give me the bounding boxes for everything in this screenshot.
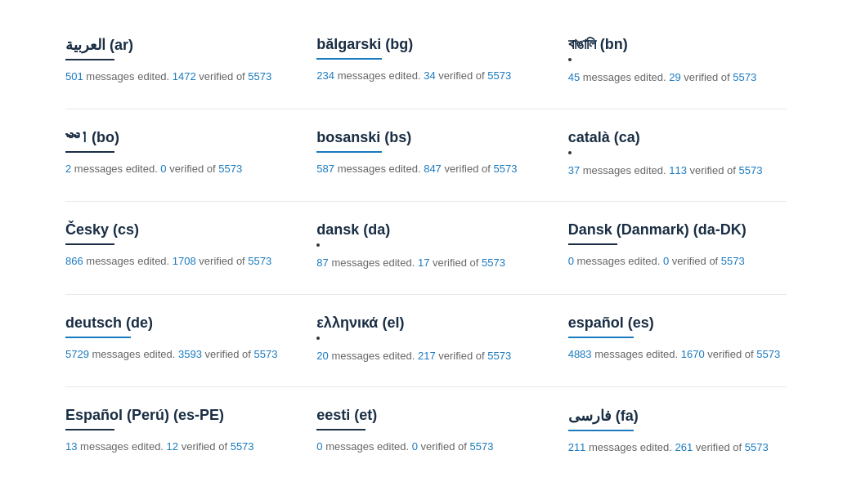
lang-stats-ar: 501 messages edited. 1472 verified of 55…: [65, 69, 284, 85]
lang-title-es-PE: Español (Perú) (es-PE): [65, 407, 284, 424]
lang-stats-de: 5729 messages edited. 3593 verified of 5…: [65, 346, 284, 363]
lang-card-bg[interactable]: bălgarski (bg)234 messages edited. 34 ve…: [300, 16, 551, 109]
lang-stats-bn: 45 messages edited. 29 verified of 5573: [568, 69, 787, 86]
lang-stats-es: 4883 messages edited. 1670 verified of 5…: [568, 346, 787, 363]
lang-underline-ca: [568, 151, 572, 154]
lang-stats-ca: 37 messages edited. 113 verified of 5573: [568, 163, 787, 179]
lang-title-bn: বাঙালি (bn): [568, 36, 787, 53]
lang-stats-et: 0 messages edited. 0 verified of 5573: [316, 439, 535, 455]
lang-card-bo[interactable]: ༄༅། (bo)2 messages edited. 0 verified of…: [49, 109, 300, 202]
lang-underline-cs: [65, 243, 114, 245]
lang-card-da-DK[interactable]: Dansk (Danmark) (da-DK)0 messages edited…: [552, 202, 803, 294]
lang-underline-fa: [568, 430, 634, 431]
lang-underline-da: [316, 243, 320, 247]
lang-stats-bg: 234 messages edited. 34 verified of 5573: [316, 68, 535, 84]
lang-stats-es-PE: 13 messages edited. 12 verified of 5573: [65, 439, 284, 455]
lang-underline-bn: [568, 58, 572, 61]
lang-title-da-DK: Dansk (Danmark) (da-DK): [568, 221, 787, 239]
lang-stats-fa: 211 messages edited. 261 verified of 557…: [568, 439, 787, 456]
lang-card-fa[interactable]: فارسی (fa)211 messages edited. 261 verif…: [552, 387, 803, 479]
lang-stats-bs: 587 messages edited. 847 verified of 557…: [316, 161, 535, 177]
lang-card-de[interactable]: deutsch (de)5729 messages edited. 3593 v…: [49, 295, 300, 387]
lang-title-bs: bosanski (bs): [316, 129, 535, 146]
lang-card-et[interactable]: eesti (et)0 messages edited. 0 verified …: [300, 387, 551, 479]
lang-card-da[interactable]: dansk (da)87 messages edited. 17 verifie…: [300, 202, 551, 294]
lang-title-bg: bălgarski (bg): [316, 36, 535, 53]
lang-title-el: ελληνικά (el): [316, 314, 535, 332]
lang-stats-el: 20 messages edited. 217 verified of 5573: [316, 348, 535, 364]
lang-card-ca[interactable]: català (ca)37 messages edited. 113 verif…: [552, 109, 803, 202]
lang-title-da: dansk (da): [316, 221, 535, 239]
lang-stats-bo: 2 messages edited. 0 verified of 5573: [65, 161, 284, 177]
lang-underline-bg: [316, 58, 382, 60]
lang-card-bs[interactable]: bosanski (bs)587 messages edited. 847 ve…: [300, 109, 551, 202]
languages-grid: العربية (ar)501 messages edited. 1472 ve…: [49, 16, 803, 479]
lang-underline-da-DK: [568, 243, 617, 245]
lang-underline-et: [316, 429, 365, 430]
lang-card-es-PE[interactable]: Español (Perú) (es-PE)13 messages edited…: [49, 387, 300, 479]
lang-underline-bs: [316, 151, 382, 153]
lang-stats-cs: 866 messages edited. 1708 verified of 55…: [65, 253, 284, 270]
lang-stats-da-DK: 0 messages edited. 0 verified of 5573: [568, 253, 787, 270]
lang-underline-bo: [65, 151, 114, 153]
lang-title-es: español (es): [568, 314, 787, 332]
lang-title-ca: català (ca): [568, 129, 787, 146]
lang-underline-es-PE: [65, 429, 114, 430]
lang-underline-el: [316, 337, 320, 340]
lang-title-bo: ༄༅། (bo): [65, 129, 284, 146]
lang-title-et: eesti (et): [316, 407, 535, 424]
lang-underline-ar: [65, 59, 114, 60]
lang-card-el[interactable]: ελληνικά (el)20 messages edited. 217 ver…: [300, 295, 551, 387]
lang-title-de: deutsch (de): [65, 314, 284, 332]
lang-card-cs[interactable]: Česky (cs)866 messages edited. 1708 veri…: [49, 202, 300, 294]
lang-card-ar[interactable]: العربية (ar)501 messages edited. 1472 ve…: [49, 16, 300, 109]
lang-underline-de: [65, 337, 131, 338]
lang-card-bn[interactable]: বাঙালি (bn)45 messages edited. 29 verifi…: [552, 16, 803, 109]
lang-stats-da: 87 messages edited. 17 verified of 5573: [316, 255, 535, 271]
lang-card-es[interactable]: español (es)4883 messages edited. 1670 v…: [552, 295, 803, 387]
lang-title-fa: فارسی (fa): [568, 407, 787, 425]
lang-underline-es: [568, 337, 634, 338]
lang-title-ar: العربية (ar): [65, 36, 284, 54]
lang-title-cs: Česky (cs): [65, 221, 284, 239]
